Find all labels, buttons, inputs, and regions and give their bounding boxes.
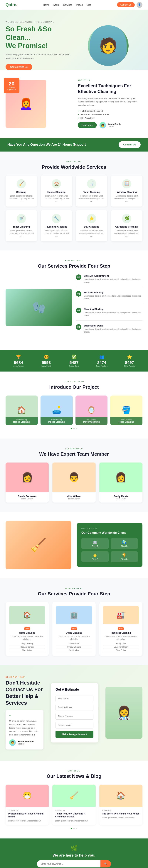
service-name-star: Star Cleaning: [79, 225, 104, 228]
form-service-input[interactable]: [55, 722, 93, 728]
blog-card-2[interactable]: 🧹 18 April 2021 Things To Know Choosing …: [52, 784, 96, 825]
stat-team: 👥 2474 Team Members: [89, 354, 115, 367]
form-submit-button[interactable]: Make An Appointment: [55, 731, 93, 738]
contact-section: Need Any Help Don't Hesitate Contact Us …: [0, 665, 148, 761]
blog-tag: Our Blog: [5, 770, 143, 772]
portfolio-card-1[interactable]: 🏠 Post Cleaning House Cleaning: [5, 396, 38, 425]
service-card-house[interactable]: 🏠 House Cleaning Lorem ipsum dolor sit a…: [41, 176, 72, 207]
about-person-role: Director: [107, 125, 121, 127]
nav-blog[interactable]: Blog: [87, 3, 91, 6]
portfolio-card-4[interactable]: 🪣 Post Cleaning Floor Cleaning: [110, 396, 143, 425]
how-feature-1-1: Deep Cleaning: [9, 642, 45, 645]
help-icon: 🌿: [5, 845, 143, 851]
team-card-2: 👨 Mike Wilson Head Cleaner: [52, 463, 96, 502]
service-card-garden[interactable]: 🌿 Gardening Cleaning Lorem ipsum dolor s…: [111, 210, 143, 241]
contact-title: Don't Hesitate Contact Us For Better Hel…: [5, 680, 44, 707]
how-feature-1-3: Move In/Out: [9, 649, 45, 652]
nav-cta-button[interactable]: Contact Us: [117, 2, 135, 7]
blog-card-1[interactable]: 😷 25 March 2021 Professional After Virus…: [5, 784, 49, 825]
how-card-title-2: Office Cleaning: [56, 631, 92, 634]
how-card-features-2: Daily Service Window Cleaning Sanitizati…: [56, 642, 92, 652]
blog-card-3[interactable]: 🏠 10 May 2021 The Secret Of Cleaning You…: [99, 784, 143, 825]
how-badge-2: 85%: [71, 627, 77, 630]
team-name-1: Sarah Johnson: [8, 495, 46, 498]
how-card-2: 🏢 85% Office Cleaning Lorem ipsum dolor …: [52, 602, 96, 656]
contact-person-image: 👩‍⚕️: [105, 687, 143, 739]
about-feature-3: 24/7 Availability: [78, 117, 143, 119]
hero-circle: 🧑: [88, 25, 129, 66]
service-icon-window: 🪟: [122, 179, 131, 188]
how-card-title-3: Industrial Cleaning: [103, 631, 139, 634]
how-feature-2-1: Daily Service: [56, 642, 92, 645]
about-person: 👩 Karen Smith Director: [100, 122, 121, 128]
service-card-window[interactable]: 🪟 Window Cleaning Lorem ipsum dolor sit …: [111, 176, 143, 207]
step-2-content: We Are Comming Lorem ipsum dolor sit ame…: [83, 291, 143, 300]
service-icon-star: ⭐: [87, 214, 96, 223]
client-logo-icon-3: ⭐: [83, 553, 107, 558]
how-card-1: 🏠 89% Home Cleaning Lorem ipsum dolor si…: [5, 602, 49, 656]
about-years-number: 20: [7, 81, 16, 87]
nav-about[interactable]: About: [53, 3, 59, 6]
how-feature-2-3: Sanitization: [56, 649, 92, 652]
step-3-number: 03: [76, 308, 81, 313]
client-logo-icon-1: 🏢: [83, 540, 107, 545]
step-2-number: 02: [76, 291, 81, 297]
how-card-features-3: Heavy Duty Equipment Clean Floor Polish: [103, 642, 139, 652]
team-name-3: Emily Davis: [102, 495, 140, 498]
contact-tag: Need Any Help: [5, 676, 44, 678]
nav-actions: Contact Us 👤: [117, 2, 143, 8]
blog-date-3: 10 May 2021: [102, 809, 140, 811]
form-name-input[interactable]: [55, 695, 93, 702]
portfolio-overlay-3: Van Cleaning Mirror Cleaning: [75, 417, 108, 425]
team-name-2: Mike Wilson: [55, 495, 93, 498]
about-read-more-button[interactable]: Read More: [78, 122, 97, 128]
award-icon: 🏆: [5, 354, 31, 359]
portfolio-card-2[interactable]: 🛋️ Post Cleaning Indoor Cleaning: [41, 396, 73, 425]
contact-form: Get A Estimate Make An Appointment: [51, 683, 98, 743]
service-card-star[interactable]: ⭐ Star Cleaning Lorem ipsum dolor sit am…: [76, 210, 107, 241]
about-feature-2: Satisfaction Guaranteed & Free: [78, 113, 143, 116]
service-icon-toilet2: 🚿: [17, 214, 26, 223]
portfolio-dot-2[interactable]: [73, 428, 75, 429]
blog-dot-2[interactable]: [73, 828, 75, 829]
help-search-button[interactable]: 🔍: [100, 860, 111, 867]
step-1-number: 01: [76, 274, 81, 280]
nav-services[interactable]: Services: [63, 3, 72, 6]
step-1-desc: Lorem ipsum dolor sit amet consectetur a…: [83, 278, 143, 283]
quote-author-title: Director: [18, 743, 34, 745]
team-grid: 👩 Sarah Johnson Senior Cleaner 👨 Mike Wi…: [5, 463, 143, 502]
form-phone-input[interactable]: [55, 713, 93, 720]
blog-dot-3[interactable]: [76, 828, 77, 829]
blog-dot-1[interactable]: [71, 828, 72, 829]
hero-subtitle: Welcome Cleaning Professional: [5, 21, 74, 23]
hero-cta-button[interactable]: Contact With Us: [5, 64, 32, 70]
service-desc-star: Lorem ipsum dolor sit amet consectetur a…: [79, 229, 104, 238]
stat-projects: ✅ 5487 Project Done: [61, 354, 87, 367]
blog-section: Our Blog Our Latest News & Blog 😷 25 Mar…: [0, 761, 148, 839]
form-email-input[interactable]: [55, 704, 93, 711]
steps-image: 🧤: [5, 289, 72, 326]
how-card-features-1: Deep Cleaning Regular Service Move In/Ou…: [9, 642, 45, 652]
cta-text: Have You Any Question We Are 24 Hours Su…: [7, 143, 86, 147]
service-name-toilet2: Toilet Cleaning: [8, 225, 34, 228]
nav-home[interactable]: Home: [43, 3, 49, 6]
step-4-content: Successful Done Lorem ipsum dolor sit am…: [83, 324, 143, 333]
blog-date-2: 18 April 2021: [55, 809, 93, 811]
portfolio-dot-1[interactable]: [71, 428, 72, 429]
about-section: 20 Years ofExperience 👩‍🦰 About Us Excel…: [0, 70, 148, 137]
service-card-toilet2[interactable]: 🚿 Toilet Cleaning Lorem ipsum dolor sit …: [5, 210, 37, 241]
blog-content-1: 25 March 2021 Professional After Virus C…: [5, 807, 49, 825]
service-card-toilet[interactable]: 🚽 Toilet Cleaning Lorem ipsum dolor sit …: [76, 176, 107, 207]
team-image-3: 👩: [99, 463, 143, 492]
service-card-plumbing[interactable]: 🔧 Plumbing Cleaning Lorem ipsum dolor si…: [41, 210, 72, 241]
nav-pages[interactable]: Pages: [76, 3, 83, 6]
portfolio-dot-3[interactable]: [76, 428, 77, 429]
help-search-input[interactable]: [37, 860, 100, 867]
step-3-title: Cleaning Starting: [83, 308, 143, 310]
portfolio-cat-2: Post Cleaning: [42, 419, 71, 421]
service-card-cleaning[interactable]: 🧹 Cleaning Lorem ipsum dolor sit amet co…: [5, 176, 37, 207]
portfolio-card-3[interactable]: 🪞 Van Cleaning Mirror Cleaning: [75, 396, 108, 425]
client-logo-3: ⭐ Client C: [81, 551, 108, 562]
cta-contact-button[interactable]: Contact Us: [119, 142, 141, 148]
service-desc-house: Lorem ipsum dolor sit amet consectetur a…: [44, 194, 69, 203]
